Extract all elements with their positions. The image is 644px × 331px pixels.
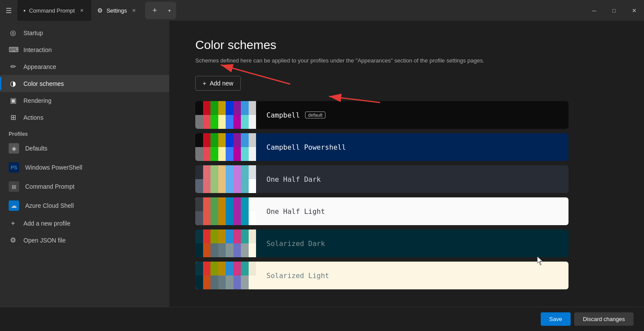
- color-swatch: [210, 147, 218, 161]
- color-swatch: [195, 229, 203, 243]
- sidebar-item-powershell[interactable]: PS Windows PowerShell: [0, 158, 169, 177]
- add-new-plus-icon: +: [203, 80, 206, 87]
- default-badge: default: [305, 111, 325, 118]
- color-swatch: [203, 211, 211, 225]
- color-swatch: [241, 101, 249, 115]
- scheme-item-campbell[interactable]: Campbelldefault: [195, 101, 568, 129]
- color-swatch: [226, 179, 233, 193]
- color-swatch: [249, 133, 256, 147]
- color-swatch: [241, 197, 249, 211]
- sidebar-item-defaults-label: Defaults: [25, 145, 47, 152]
- color-swatch: [203, 165, 211, 179]
- color-swatch: [226, 165, 233, 179]
- cmd-tab-label: Command Prompt: [29, 7, 75, 14]
- titlebar: ☰ ▪ Command Prompt ✕ ⚙ Settings ✕ + ▾ ─ …: [0, 0, 644, 21]
- sidebar-item-startup-label: Startup: [23, 29, 43, 36]
- sidebar-item-color-schemes[interactable]: ◑ Color schemes: [0, 75, 169, 92]
- color-swatch: [195, 147, 203, 161]
- color-swatch: [210, 229, 218, 243]
- scheme-item-solarized-dark[interactable]: Solarized Dark: [195, 229, 568, 257]
- color-swatch: [226, 115, 233, 129]
- color-swatch: [226, 275, 233, 289]
- sidebar-item-startup[interactable]: ◎ Startup: [0, 24, 169, 41]
- hamburger-menu[interactable]: ☰: [0, 0, 17, 21]
- add-new-button[interactable]: + Add new: [195, 76, 241, 91]
- color-swatch: [241, 275, 249, 289]
- color-swatch: [249, 262, 256, 275]
- sidebar-item-add-profile[interactable]: + Add a new profile: [0, 215, 169, 232]
- color-schemes-icon: ◑: [9, 79, 17, 88]
- color-swatch: [233, 115, 241, 129]
- color-swatch: [233, 262, 241, 275]
- color-swatch: [210, 275, 218, 289]
- startup-icon: ◎: [9, 29, 17, 37]
- color-swatch: [195, 179, 203, 193]
- minimize-button[interactable]: ─: [584, 0, 604, 21]
- page-description: Schemes defined here can be applied to y…: [195, 57, 586, 64]
- discard-button[interactable]: Discard changes: [574, 312, 634, 326]
- color-swatch: [241, 243, 249, 257]
- color-swatch: [218, 133, 226, 147]
- color-swatch: [218, 115, 226, 129]
- color-swatch: [226, 147, 233, 161]
- scheme-name-one-half-dark: One Half Dark: [266, 175, 321, 184]
- scheme-item-one-half-dark[interactable]: One Half Dark: [195, 165, 568, 193]
- color-swatch: [226, 101, 233, 115]
- scheme-name-area-solarized-light: Solarized Light: [256, 262, 568, 289]
- sidebar-item-cmd[interactable]: ▤ Command Prompt: [0, 177, 169, 196]
- sidebar-item-appearance-label: Appearance: [23, 63, 56, 70]
- tab-command-prompt[interactable]: ▪ Command Prompt ✕: [17, 0, 91, 21]
- color-swatch: [249, 101, 256, 115]
- add-new-label: Add new: [210, 80, 233, 87]
- settings-tab-label: Settings: [106, 7, 127, 14]
- scheme-item-campbell-powershell[interactable]: Campbell Powershell: [195, 133, 568, 161]
- color-swatch: [210, 211, 218, 225]
- powershell-icon: PS: [9, 162, 19, 173]
- new-tab-button[interactable]: +: [147, 3, 162, 18]
- close-button[interactable]: ✕: [624, 0, 644, 21]
- save-button[interactable]: Save: [541, 312, 571, 326]
- rendering-icon: ▣: [9, 96, 17, 105]
- sidebar-item-open-json[interactable]: ⚙ Open JSON file: [0, 232, 169, 249]
- sidebar-item-rendering[interactable]: ▣ Rendering: [0, 92, 169, 109]
- color-swatch: [218, 179, 226, 193]
- sidebar-item-defaults[interactable]: ◈ Defaults: [0, 139, 169, 158]
- scheme-swatches-solarized-light: [195, 262, 256, 289]
- sidebar-item-actions[interactable]: ⊞ Actions: [0, 109, 169, 126]
- color-swatch: [218, 165, 226, 179]
- color-swatch: [218, 243, 226, 257]
- color-swatch: [203, 147, 211, 161]
- sidebar-item-rendering-label: Rendering: [23, 97, 52, 104]
- scheme-item-one-half-light[interactable]: One Half Light: [195, 197, 568, 225]
- sidebar-item-appearance[interactable]: ✏ Appearance: [0, 58, 169, 75]
- color-swatch: [226, 262, 233, 275]
- open-json-icon: ⚙: [9, 236, 17, 244]
- color-swatch: [249, 197, 256, 211]
- color-swatch: [241, 133, 249, 147]
- sidebar-item-interaction[interactable]: ⌨ Interaction: [0, 41, 169, 58]
- color-swatch: [218, 229, 226, 243]
- cmd-tab-close[interactable]: ✕: [78, 7, 85, 14]
- sidebar-item-interaction-label: Interaction: [23, 46, 52, 53]
- color-swatch: [203, 101, 211, 115]
- scheme-name-area-one-half-light: One Half Light: [256, 197, 568, 225]
- color-swatch: [203, 133, 211, 147]
- scheme-item-solarized-light[interactable]: Solarized Light: [195, 262, 568, 289]
- scheme-name-campbell-powershell: Campbell Powershell: [266, 143, 346, 151]
- tab-settings[interactable]: ⚙ Settings ✕: [91, 0, 143, 21]
- color-swatch: [210, 262, 218, 275]
- window-controls: ─ □ ✕: [584, 0, 644, 21]
- color-swatch: [233, 275, 241, 289]
- maximize-button[interactable]: □: [604, 0, 624, 21]
- color-swatch: [210, 101, 218, 115]
- color-swatch: [210, 165, 218, 179]
- color-swatch: [249, 211, 256, 225]
- sidebar-item-azure[interactable]: ☁ Azure Cloud Shell: [0, 196, 169, 215]
- page-title: Color schemes: [195, 38, 618, 52]
- new-tab-dropdown[interactable]: ▾: [163, 3, 175, 18]
- sidebar-item-powershell-label: Windows PowerShell: [25, 164, 82, 171]
- settings-tab-close[interactable]: ✕: [130, 7, 137, 14]
- sidebar-item-cmd-label: Command Prompt: [25, 183, 75, 190]
- color-swatch: [233, 229, 241, 243]
- scheme-name-area-solarized-dark: Solarized Dark: [256, 229, 568, 257]
